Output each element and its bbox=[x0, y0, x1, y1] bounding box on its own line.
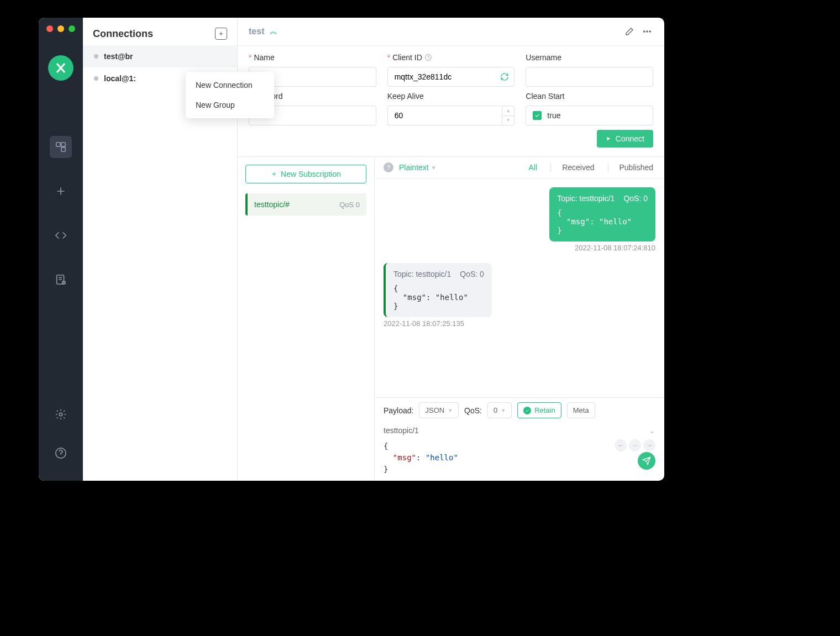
cleanstart-value: true bbox=[547, 111, 560, 120]
app-logo bbox=[48, 55, 74, 81]
message-payload: { "msg": "hello" } bbox=[557, 208, 648, 235]
tab-all[interactable]: All bbox=[527, 163, 540, 172]
subscription-item[interactable]: testtopic/#QoS 0 bbox=[245, 193, 366, 215]
nav-log-icon[interactable] bbox=[50, 269, 72, 291]
connection-item[interactable]: test@br bbox=[83, 45, 237, 67]
message-timestamp: 2022-11-08 18:07:25:135 bbox=[384, 319, 655, 328]
window-traffic-lights[interactable] bbox=[46, 25, 75, 32]
svg-point-7 bbox=[644, 31, 645, 32]
status-dot-icon bbox=[94, 54, 98, 59]
format-selector[interactable]: Plaintext▼ bbox=[399, 163, 437, 172]
help-icon[interactable]: ? bbox=[384, 162, 393, 172]
message-bubble-in: Topic: testtopic/1QoS: 0 { "msg": "hello… bbox=[384, 263, 492, 317]
chevron-down-icon: ▼ bbox=[501, 408, 506, 413]
payload-editor[interactable]: ←—→ { "msg": "hello"} bbox=[375, 438, 664, 481]
connection-title: test bbox=[249, 27, 264, 36]
add-connection-button[interactable] bbox=[215, 28, 227, 40]
add-dropdown: New Connection New Group bbox=[186, 72, 274, 118]
payload-label: Payload: bbox=[384, 406, 413, 415]
composer-topic[interactable]: testtopic/1 bbox=[384, 426, 419, 435]
collapse-icon[interactable]: ︽ bbox=[270, 27, 277, 36]
new-subscription-button[interactable]: New Subscription bbox=[245, 165, 366, 183]
message-payload: { "msg": "hello" } bbox=[393, 284, 484, 311]
clientid-input[interactable] bbox=[387, 67, 515, 87]
history-pause-icon[interactable]: — bbox=[629, 439, 641, 451]
svg-point-9 bbox=[649, 31, 650, 32]
connect-button[interactable]: Connect bbox=[597, 130, 653, 148]
svg-point-8 bbox=[647, 31, 648, 32]
svg-rect-0 bbox=[56, 143, 60, 146]
connection-name: local@1: bbox=[104, 74, 136, 83]
stepper-down-icon[interactable]: ▼ bbox=[502, 116, 514, 125]
nav-plus-icon[interactable] bbox=[50, 180, 72, 202]
connections-title: Connections bbox=[93, 28, 153, 40]
clientid-label: Client ID bbox=[392, 53, 422, 62]
subscription-qos: QoS 0 bbox=[339, 201, 360, 209]
subscription-topic: testtopic/# bbox=[254, 200, 290, 209]
nav-code-icon[interactable] bbox=[50, 224, 72, 246]
message-timestamp: 2022-11-08 18:07:24:810 bbox=[384, 244, 655, 252]
payload-format-selector[interactable]: JSON▼ bbox=[419, 402, 459, 418]
chevron-down-icon: ▼ bbox=[448, 408, 453, 413]
svg-rect-1 bbox=[61, 148, 65, 151]
meta-button[interactable]: Meta bbox=[567, 402, 595, 418]
more-icon[interactable] bbox=[641, 25, 653, 38]
new-connection-menu-item[interactable]: New Connection bbox=[186, 75, 274, 95]
refresh-icon[interactable] bbox=[500, 72, 509, 81]
qos-selector[interactable]: 0▼ bbox=[487, 402, 512, 418]
cleanstart-label: Clean Start bbox=[526, 92, 564, 101]
message-topic: Topic: testtopic/1 bbox=[393, 270, 451, 278]
nav-help-icon[interactable] bbox=[50, 442, 72, 464]
message-bubble-out: Topic: testtopic/1QoS: 0 { "msg": "hello… bbox=[549, 187, 655, 241]
keepalive-input[interactable] bbox=[387, 106, 502, 125]
message-qos: QoS: 0 bbox=[623, 194, 648, 203]
history-next-icon[interactable]: → bbox=[643, 439, 655, 451]
connection-name: test@br bbox=[104, 52, 133, 61]
keepalive-label: Keep Alive bbox=[387, 92, 424, 101]
edit-icon[interactable] bbox=[623, 25, 636, 38]
username-input[interactable] bbox=[526, 67, 653, 87]
chevron-down-icon[interactable]: ⌄ bbox=[649, 426, 655, 435]
status-dot-icon bbox=[94, 76, 98, 81]
history-prev-icon[interactable]: ← bbox=[615, 439, 627, 451]
svg-point-5 bbox=[59, 413, 62, 416]
qos-label: QoS: bbox=[464, 406, 482, 415]
tab-published[interactable]: Published bbox=[608, 163, 656, 172]
name-label: Name bbox=[254, 53, 274, 62]
nav-settings-icon[interactable] bbox=[50, 403, 72, 425]
cleanstart-toggle[interactable]: true bbox=[526, 106, 653, 125]
clock-icon bbox=[424, 54, 432, 61]
svg-rect-2 bbox=[61, 143, 65, 146]
message-topic: Topic: testtopic/1 bbox=[557, 194, 615, 203]
chevron-down-icon: ▼ bbox=[431, 165, 437, 171]
retain-toggle[interactable]: Retain bbox=[517, 402, 561, 418]
stepper-up-icon[interactable]: ▲ bbox=[502, 106, 514, 116]
username-label: Username bbox=[526, 53, 561, 62]
message-qos: QoS: 0 bbox=[460, 270, 484, 278]
nav-connections-icon[interactable] bbox=[50, 136, 72, 158]
new-group-menu-item[interactable]: New Group bbox=[186, 95, 274, 115]
send-button[interactable] bbox=[638, 452, 655, 470]
tab-received[interactable]: Received bbox=[550, 163, 596, 172]
